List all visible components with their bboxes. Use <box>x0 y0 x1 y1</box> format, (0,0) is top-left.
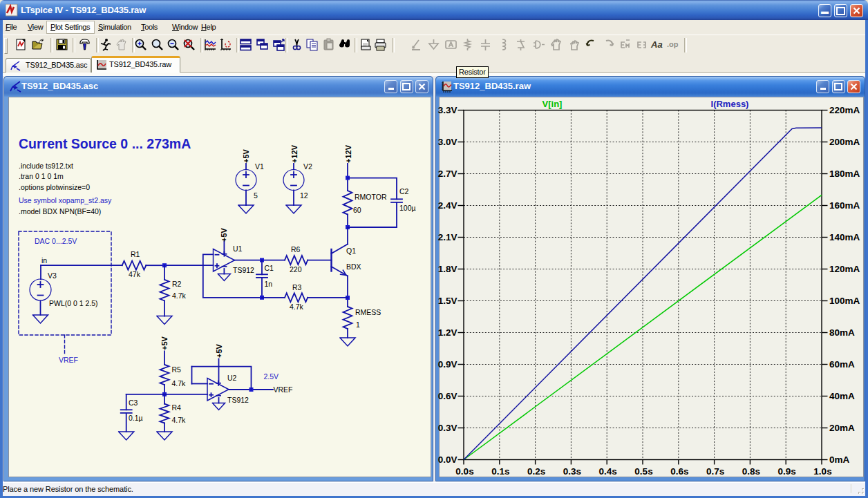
svg-text:V1: V1 <box>255 162 264 171</box>
svg-text:140mA: 140mA <box>829 232 860 242</box>
svg-text:0.4s: 0.4s <box>599 466 617 477</box>
svg-text:4.7k: 4.7k <box>172 291 187 300</box>
svg-text:0.9s: 0.9s <box>778 466 796 477</box>
svg-text:1.2V: 1.2V <box>438 327 457 338</box>
svg-text:in: in <box>41 256 47 265</box>
svg-text:0.7s: 0.7s <box>706 466 724 477</box>
svg-text:U1: U1 <box>233 245 243 253</box>
svg-text:C1: C1 <box>265 264 274 272</box>
svg-text:5: 5 <box>254 191 258 200</box>
svg-text:1.0s: 1.0s <box>813 466 831 477</box>
svg-text:RMESS: RMESS <box>355 308 381 316</box>
svg-text:BDX: BDX <box>346 262 361 271</box>
svg-text:0.6s: 0.6s <box>670 466 688 477</box>
svg-text:Use symbol xopamp_st2.asy: Use symbol xopamp_st2.asy <box>19 196 112 204</box>
svg-text:2.4V: 2.4V <box>438 200 457 211</box>
svg-text:+5V: +5V <box>220 227 228 242</box>
svg-text:+12V: +12V <box>344 144 352 163</box>
svg-text:0mA: 0mA <box>829 454 850 465</box>
svg-text:1n: 1n <box>265 280 273 288</box>
svg-text:+5V: +5V <box>160 336 169 350</box>
svg-text:4.7k: 4.7k <box>172 379 187 387</box>
svg-text:0.6V: 0.6V <box>438 391 457 401</box>
svg-text:TS912: TS912 <box>233 266 254 274</box>
svg-text:0.8s: 0.8s <box>742 466 760 477</box>
svg-text:.tran 0 1 0 1m: .tran 0 1 0 1m <box>19 172 64 180</box>
svg-text:Q1: Q1 <box>346 247 356 255</box>
svg-text:2.1V: 2.1V <box>438 232 457 242</box>
svg-text:180mA: 180mA <box>829 169 860 179</box>
svg-text:3.3V: 3.3V <box>438 105 457 115</box>
svg-text:+12V: +12V <box>290 144 299 163</box>
svg-text:0.3s: 0.3s <box>563 466 581 477</box>
svg-text:Current Source 0 ... 273mA: Current Source 0 ... 273mA <box>19 136 191 151</box>
svg-text:R4: R4 <box>172 403 182 412</box>
svg-text:1.8V: 1.8V <box>438 264 457 274</box>
svg-text:4.7k: 4.7k <box>172 416 187 424</box>
svg-text:R1: R1 <box>131 250 140 258</box>
svg-text:3.0V: 3.0V <box>438 137 457 147</box>
svg-text:1: 1 <box>356 320 360 329</box>
svg-text:+5V: +5V <box>215 343 223 358</box>
svg-text:40mA: 40mA <box>829 391 855 401</box>
svg-text:160mA: 160mA <box>829 200 860 211</box>
svg-text:60: 60 <box>353 206 361 214</box>
svg-text:0.1µ: 0.1µ <box>129 414 143 422</box>
svg-text:200mA: 200mA <box>829 137 860 147</box>
svg-text:U2: U2 <box>227 374 237 382</box>
svg-text:0.0V: 0.0V <box>438 454 457 465</box>
svg-text:V[in]: V[in] <box>542 99 563 109</box>
svg-text:.include ts912.txt: .include ts912.txt <box>19 162 73 170</box>
svg-text:R6: R6 <box>291 245 301 253</box>
svg-text:60mA: 60mA <box>829 359 855 370</box>
svg-text:R2: R2 <box>172 280 182 288</box>
svg-text:C3: C3 <box>129 399 138 407</box>
svg-text:47k: 47k <box>129 270 141 278</box>
svg-text:0.1s: 0.1s <box>491 466 509 477</box>
svg-text:0.3V: 0.3V <box>438 423 457 433</box>
svg-text:100µ: 100µ <box>399 204 416 212</box>
svg-text:.model BDX NPN(BF=40): .model BDX NPN(BF=40) <box>19 207 101 216</box>
svg-text:R5: R5 <box>172 365 182 374</box>
svg-text:V3: V3 <box>48 271 57 280</box>
svg-text:1.5V: 1.5V <box>438 296 457 306</box>
svg-text:V2: V2 <box>303 162 312 171</box>
svg-text:2.7V: 2.7V <box>438 169 457 179</box>
svg-text:0.2s: 0.2s <box>527 466 545 477</box>
svg-text:80mA: 80mA <box>829 327 855 338</box>
svg-text:R3: R3 <box>292 283 302 291</box>
svg-text:0.5s: 0.5s <box>634 466 652 477</box>
svg-text:RMOTOR: RMOTOR <box>355 193 387 201</box>
svg-text:+5V: +5V <box>242 149 250 163</box>
svg-text:220: 220 <box>290 265 302 274</box>
svg-text:VREF: VREF <box>59 356 78 364</box>
svg-text:DAC 0...2.5V: DAC 0...2.5V <box>35 237 77 245</box>
svg-text:2.5V: 2.5V <box>264 372 279 381</box>
svg-text:C2: C2 <box>399 187 409 195</box>
svg-text:100mA: 100mA <box>829 296 860 306</box>
svg-text:VREF: VREF <box>274 385 293 394</box>
svg-text:PWL(0 0 1 2.5): PWL(0 0 1 2.5) <box>49 299 98 307</box>
svg-text:0.9V: 0.9V <box>438 359 457 370</box>
svg-text:TS912: TS912 <box>227 396 249 404</box>
svg-text:120mA: 120mA <box>829 264 860 274</box>
svg-text:4.7k: 4.7k <box>290 303 304 311</box>
svg-text:12: 12 <box>300 191 308 200</box>
svg-text:20mA: 20mA <box>829 423 855 433</box>
svg-text:220mA: 220mA <box>829 105 860 115</box>
svg-text:.options plotwinsize=0: .options plotwinsize=0 <box>19 183 90 191</box>
svg-text:0.0s: 0.0s <box>455 466 473 477</box>
svg-text:I(Rmess): I(Rmess) <box>711 99 749 109</box>
